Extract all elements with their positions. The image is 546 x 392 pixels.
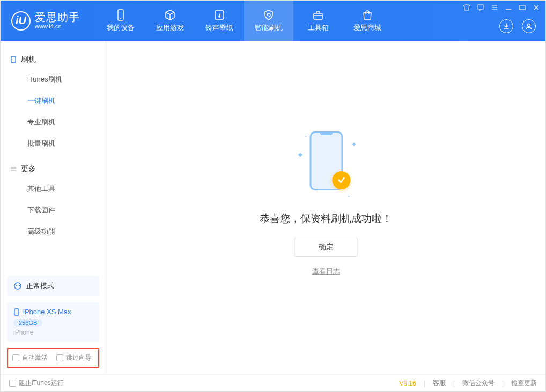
sidebar-item-other-tools[interactable]: 其他工具	[1, 178, 106, 199]
nav-tabs: 我的设备 应用游戏 铃声壁纸 智能刷机	[96, 1, 392, 41]
skin-icon[interactable]	[463, 4, 470, 11]
sidebar-item-batch-flash[interactable]: 批量刷机	[1, 133, 106, 154]
sidebar-item-download-firmware[interactable]: 下载固件	[1, 199, 106, 221]
view-log-link[interactable]: 查看日志	[312, 267, 340, 276]
nav-tab-apps[interactable]: 应用游戏	[145, 1, 195, 41]
nav-tab-store[interactable]: 爱思商城	[343, 1, 392, 41]
device-type: iPhone	[13, 329, 93, 336]
nav-tab-toolbox[interactable]: 工具箱	[293, 1, 343, 41]
shield-refresh-icon	[263, 9, 275, 21]
footer-link-wechat[interactable]: 微信公众号	[462, 379, 495, 388]
store-icon	[361, 9, 373, 21]
svg-rect-5	[477, 5, 484, 9]
spark-icon: ✦	[297, 151, 304, 159]
device-phone-icon	[13, 308, 20, 316]
checkbox-auto-activate[interactable]: 自动激活	[12, 353, 48, 363]
toolbox-icon	[312, 9, 324, 21]
svg-point-18	[14, 283, 21, 289]
footer-right: V8.16 | 客服 | 微信公众号 | 检查更新	[399, 379, 537, 388]
logo-icon: iU	[11, 11, 31, 31]
spark-icon: ✦	[351, 140, 357, 149]
checkbox-icon	[12, 354, 19, 361]
checkbox-icon	[9, 380, 16, 387]
nav-tab-my-device[interactable]: 我的设备	[96, 1, 145, 41]
list-icon	[10, 166, 17, 172]
sidebar-item-one-key-flash[interactable]: 一键刷机	[1, 90, 106, 112]
feedback-icon[interactable]	[477, 4, 484, 11]
device-card[interactable]: iPhone XS Max 256GB iPhone	[7, 302, 99, 342]
sidebar-item-pro-flash[interactable]: 专业刷机	[1, 112, 106, 133]
footer-link-update[interactable]: 检查更新	[511, 379, 537, 388]
app-window: iU 爱思助手 www.i4.cn 我的设备 应用游戏	[0, 0, 546, 392]
device-storage: 256GB	[13, 319, 42, 327]
svg-point-19	[16, 285, 17, 286]
flash-options-box: 自动激活 跳过向导	[7, 348, 99, 368]
minimize-icon[interactable]	[505, 4, 512, 11]
ok-button[interactable]: 确定	[294, 238, 358, 257]
nav-tab-ringtone[interactable]: 铃声壁纸	[195, 1, 244, 41]
sidebar-item-itunes-flash[interactable]: iTunes刷机	[1, 69, 106, 90]
sync-icon	[13, 282, 22, 290]
music-note-icon	[213, 9, 225, 21]
menu-icon[interactable]	[491, 4, 498, 11]
logo-block[interactable]: iU 爱思助手 www.i4.cn	[1, 11, 91, 31]
device-name: iPhone XS Max	[23, 308, 71, 316]
main-panel: ✦ ✦ 恭喜您，保资料刷机成功啦！ 确定 查看日志	[106, 41, 545, 374]
window-controls	[463, 4, 540, 11]
sidebar-item-advanced[interactable]: 高级功能	[1, 221, 106, 242]
sidebar-group-more: 更多	[1, 160, 106, 178]
maximize-icon[interactable]	[519, 4, 526, 11]
checkbox-skip-wizard[interactable]: 跳过向导	[56, 353, 92, 363]
app-name: 爱思助手	[35, 11, 80, 23]
success-message: 恭喜您，保资料刷机成功啦！	[260, 212, 392, 226]
svg-point-13	[528, 24, 530, 27]
sidebar: 刷机 iTunes刷机 一键刷机 专业刷机 批量刷机 更多 其他工具 下载固件 …	[1, 41, 106, 374]
download-icon[interactable]	[499, 19, 513, 33]
cube-icon	[164, 9, 176, 21]
sidebar-group-flash: 刷机	[1, 50, 106, 69]
checkbox-icon	[56, 354, 63, 361]
svg-point-1	[120, 18, 121, 19]
svg-rect-10	[520, 5, 525, 10]
svg-point-20	[19, 285, 20, 286]
mode-label: 正常模式	[26, 281, 54, 291]
mode-card[interactable]: 正常模式	[7, 276, 99, 296]
version-label: V8.16	[399, 380, 416, 387]
svg-rect-21	[14, 309, 19, 315]
phone-icon	[10, 56, 17, 63]
device-icon	[115, 9, 127, 21]
svg-rect-14	[11, 56, 16, 63]
checkbox-block-itunes[interactable]: 阻止iTunes运行	[9, 379, 64, 388]
app-url: www.i4.cn	[35, 23, 80, 29]
body: 刷机 iTunes刷机 一键刷机 专业刷机 批量刷机 更多 其他工具 下载固件 …	[1, 41, 545, 374]
close-icon[interactable]	[533, 4, 540, 11]
check-badge-icon	[333, 171, 351, 189]
success-block: ✦ ✦ 恭喜您，保资料刷机成功啦！ 确定 查看日志	[260, 126, 392, 276]
footer-bar: 阻止iTunes运行 V8.16 | 客服 | 微信公众号 | 检查更新	[1, 374, 545, 391]
header-action-icons	[499, 19, 536, 33]
svg-rect-3	[314, 13, 322, 19]
phone-success-illustration: ✦ ✦	[294, 126, 358, 201]
nav-tab-flash[interactable]: 智能刷机	[244, 1, 293, 41]
header-bar: iU 爱思助手 www.i4.cn 我的设备 应用游戏	[1, 1, 545, 41]
user-icon[interactable]	[522, 19, 536, 33]
footer-link-support[interactable]: 客服	[433, 379, 446, 388]
